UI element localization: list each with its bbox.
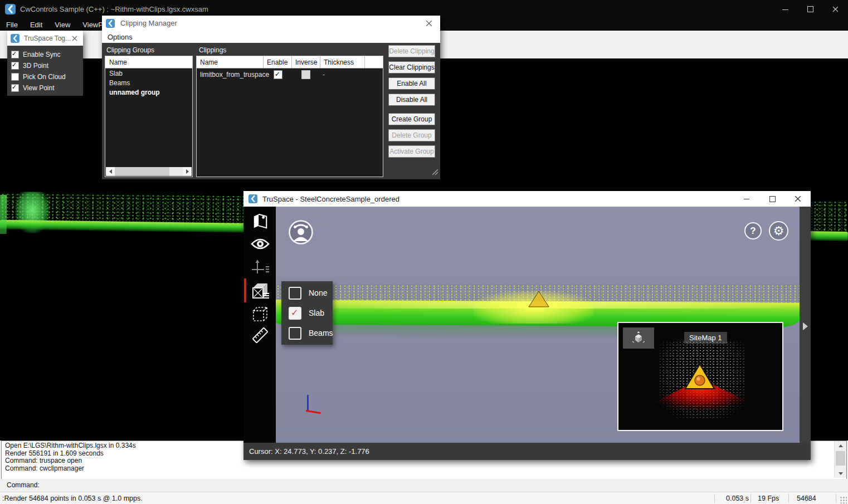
activate-group-button[interactable]: Activate Group xyxy=(388,145,435,158)
app-logo-icon xyxy=(11,34,20,43)
dialog-resize-grip[interactable] xyxy=(431,168,438,178)
help-icon[interactable]: ? xyxy=(744,222,762,239)
close-icon[interactable] xyxy=(785,191,811,207)
toggle-pick-on-cloud[interactable]: Pick On Cloud xyxy=(11,73,66,81)
thickness-value: - xyxy=(323,71,325,79)
sitemap-scan-marker[interactable] xyxy=(684,363,715,392)
clip-option-beams[interactable]: Beams xyxy=(281,323,333,343)
app-logo-icon xyxy=(248,194,257,203)
clear-clippings-button[interactable]: Clear Clippings xyxy=(388,61,435,74)
scrollbar-thumb[interactable] xyxy=(836,451,845,466)
sitemap-cube-icon[interactable] xyxy=(623,327,654,349)
delete-group-button[interactable]: Delete Group xyxy=(388,129,435,141)
scroll-down-icon[interactable] xyxy=(835,469,846,478)
col-filler xyxy=(365,56,383,68)
checkbox-icon[interactable] xyxy=(11,84,19,92)
checkbox-icon[interactable] xyxy=(289,287,301,300)
log-scrollbar[interactable] xyxy=(834,441,846,478)
scroll-left-icon[interactable] xyxy=(106,167,115,176)
truspace-statusbar: Cursor: X: 24.773, Y: 0.237, Z: -1.776 xyxy=(243,443,811,460)
close-icon[interactable] xyxy=(66,31,83,46)
disable-all-button[interactable]: Disable All xyxy=(388,94,435,106)
statusbar-divider xyxy=(750,494,751,503)
clippings-table: Name Enable Inverse Thickness limitbox_f… xyxy=(196,56,383,177)
resize-grip[interactable] xyxy=(839,496,847,503)
point-count-cell: 54684 xyxy=(797,495,816,502)
desktop: CwControls Sample (C++) : ~Rithm-withCli… xyxy=(0,0,848,504)
menu-edit[interactable]: Edit xyxy=(24,19,48,31)
clipping-name: limitbox_from_truspace xyxy=(200,71,269,79)
checkbox-icon[interactable] xyxy=(289,307,301,320)
minimize-icon[interactable] xyxy=(734,191,759,207)
toggle-view-point[interactable]: View Point xyxy=(11,84,54,92)
enable-all-button[interactable]: Enable All xyxy=(388,77,435,90)
col-thickness[interactable]: Thickness xyxy=(320,56,365,68)
inverse-checkbox-icon[interactable] xyxy=(301,70,310,79)
checkbox-icon[interactable] xyxy=(11,73,19,81)
statusbar-divider xyxy=(714,494,715,503)
toggle-label: Pick On Cloud xyxy=(23,73,66,81)
col-inverse[interactable]: Inverse xyxy=(292,56,320,68)
group-row-unnamed[interactable]: unnamed group xyxy=(105,87,192,97)
minimize-icon[interactable] xyxy=(773,0,798,18)
toggle-label: Enable Sync xyxy=(23,51,60,58)
z-axis-line xyxy=(307,395,309,411)
groups-horizontal-scrollbar[interactable] xyxy=(106,167,192,176)
main-statusbar: :Render 54684 points in 0.053 s @ 1.0 mp… xyxy=(0,492,848,504)
clipping-icon[interactable] xyxy=(251,281,270,300)
eye-icon[interactable] xyxy=(251,234,270,253)
scrollbar-thumb[interactable] xyxy=(115,167,169,176)
close-icon[interactable] xyxy=(418,16,440,31)
toggles-titlebar[interactable]: TruSpace Tog... xyxy=(7,31,83,46)
clipping-manager-titlebar[interactable]: Clipping Manager xyxy=(102,16,440,31)
toggle-3d-point[interactable]: 3D Point xyxy=(11,62,48,70)
checkbox-icon[interactable] xyxy=(11,51,19,58)
clipping-mode-popup: None Slab Beams xyxy=(281,281,333,345)
menu-file[interactable]: File xyxy=(0,19,24,31)
group-row-beams[interactable]: Beams xyxy=(105,78,192,87)
main-window-title: CwControls Sample (C++) : ~Rithm-withCli… xyxy=(20,5,208,13)
clip-option-none[interactable]: None xyxy=(281,283,333,303)
limitbox-icon[interactable] xyxy=(251,305,270,324)
x-axis-line xyxy=(306,410,321,414)
truspace-viewport[interactable]: ? None xyxy=(276,207,800,443)
menu-view[interactable]: View xyxy=(48,19,76,31)
panorama-map-icon[interactable] xyxy=(251,211,270,230)
look-around-mode-icon[interactable] xyxy=(288,219,314,245)
menu-options[interactable]: Options xyxy=(108,33,133,41)
delete-clipping-button[interactable]: Delete Clipping xyxy=(388,45,435,57)
cloud-dim-tail xyxy=(298,324,644,339)
expand-panel-icon[interactable] xyxy=(803,322,808,330)
truspace-titlebar[interactable]: TruSpace - SteelConcreteSample_ordered xyxy=(243,191,811,207)
create-group-button[interactable]: Create Group xyxy=(388,113,435,125)
clipping-row[interactable]: limitbox_from_truspace - xyxy=(197,68,383,80)
col-enable[interactable]: Enable xyxy=(264,56,292,68)
measure-icon[interactable] xyxy=(251,326,270,345)
toggle-enable-sync[interactable]: Enable Sync xyxy=(11,51,60,58)
clip-option-label: None xyxy=(309,288,327,297)
maximize-icon[interactable] xyxy=(759,191,785,207)
enable-checkbox-icon[interactable] xyxy=(274,70,282,79)
clip-option-slab[interactable]: Slab xyxy=(281,303,333,323)
command-input-row[interactable]: Command: xyxy=(0,479,848,491)
app-logo-icon xyxy=(5,4,16,14)
help-glyph: ? xyxy=(750,226,756,237)
group-row-slab[interactable]: Slab xyxy=(105,68,192,78)
app-logo-icon xyxy=(106,19,115,28)
scroll-right-icon[interactable] xyxy=(183,167,192,176)
render-time-cell: 0.053 s xyxy=(726,495,749,502)
checkbox-icon[interactable] xyxy=(289,327,301,340)
scroll-up-icon[interactable] xyxy=(835,441,846,450)
settings-gear-icon[interactable] xyxy=(769,221,788,241)
maximize-icon[interactable] xyxy=(798,0,823,18)
cursor-coordinates: Cursor: X: 24.773, Y: 0.237, Z: -1.776 xyxy=(249,447,369,456)
close-icon[interactable] xyxy=(823,0,848,18)
right-panel-strip xyxy=(800,207,811,443)
clipping-manager-dialog: Clipping Manager Options Clipping Groups… xyxy=(102,16,440,179)
checkbox-icon[interactable] xyxy=(11,62,19,70)
col-name[interactable]: Name xyxy=(197,56,264,68)
move-axes-icon[interactable] xyxy=(251,258,270,277)
render-status-text: :Render 54684 points in 0.053 s @ 1.0 mp… xyxy=(2,495,143,502)
toggle-label: View Point xyxy=(23,84,54,92)
scan-position-marker[interactable] xyxy=(528,291,549,310)
